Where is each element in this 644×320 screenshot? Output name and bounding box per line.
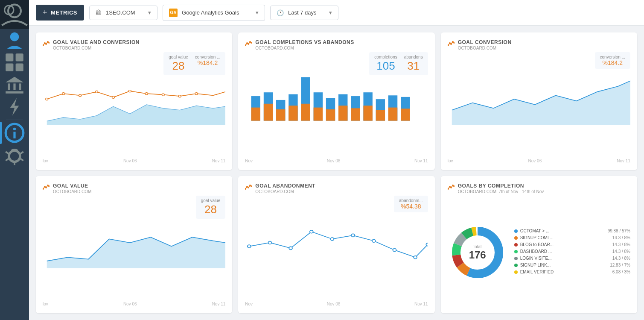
x-label-2: Nov 11 [212,159,226,163]
card3-stats: conversion ... %184.2 [595,52,630,69]
svg-rect-10 [6,91,23,94]
legend-name: SIGNUP COML... [520,235,610,240]
card1-body: goal value 28 conversion ... %184.2 [43,52,225,163]
sidebar-item-lightning[interactable] [0,96,29,118]
building-icon: 🏛 [96,9,102,16]
card6-title: GOALS BY COMPLETION [458,183,544,189]
x5-label-0: Nov [245,302,253,306]
add-metrics-button[interactable]: + METRICS [36,5,84,21]
svg-point-34 [195,93,198,95]
time-dropdown[interactable]: 🕐 Last 7 days ▾ [270,6,338,20]
svg-rect-55 [338,106,347,120]
card-goal-value-conversion: GOAL VALUE AND CONVERSION OCTOBOARD.COM … [36,32,232,170]
card4-subtitle: OCTOBOARD.COM [53,189,91,194]
analytics-dropdown[interactable]: GA Google Analytics Goals ▾ [163,5,265,21]
content-grid: GOAL VALUE AND CONVERSION OCTOBOARD.COM … [29,26,644,320]
svg-line-18 [20,159,23,161]
sidebar-item-dashboard[interactable] [0,51,29,73]
sidebar-item-info[interactable] [0,122,29,144]
svg-rect-41 [251,108,260,121]
donut-legend: OCTOMAT > ... 99.88 / 57% SIGNUP COML...… [514,229,630,276]
card2-header: GOAL COMPLETIONS VS ABANDONS OCTOBOARD.C… [245,39,428,50]
legend-values: 14.3 / 8% [612,256,630,261]
add-label: METRICS [51,9,77,16]
svg-point-32 [162,94,164,96]
legend-dot [514,250,518,253]
svg-point-90 [426,243,428,246]
svg-point-88 [393,248,396,251]
sidebar-item-bug[interactable] [0,144,29,166]
stat-aband-label: abandonm... [399,198,423,203]
legend-values: 14.3 / 8% [612,242,630,247]
svg-point-29 [112,96,115,98]
svg-point-86 [352,234,355,237]
svg-point-14 [9,151,20,162]
sidebar-divider [6,120,23,120]
domain-dropdown[interactable]: 🏛 1SEO.COM ▾ [89,6,157,20]
x3-label-0: lov [448,159,453,163]
svg-point-0 [8,5,21,18]
card4-header: GOAL VALUE OCTOBOARD.COM [43,183,225,194]
stat2-value: %184.2 [195,59,220,66]
card1-stats: goal value 28 conversion ... %184.2 [163,52,225,75]
legend-name: LOGIN VISITE... [520,256,610,261]
stat-conv-label: conversion ... [600,55,625,59]
legend-values: 6.08 / 3% [612,270,630,274]
x4-label-0: lov [43,302,48,306]
legend-item: SIGNUP LINK... 12.83 / 7% [514,263,630,267]
svg-point-73 [45,187,47,188]
svg-line-16 [20,152,23,154]
x2-label-0: Nov [245,159,253,163]
card1-subtitle: OCTOBOARD.COM [53,46,140,50]
card-goals-by-completion: GOALS BY COMPLETION OCTOBOARD.COM, 7th o… [441,176,637,314]
svg-rect-5 [6,64,13,71]
card-goal-abandonment: GOAL ABANDONMENT OCTOBOARD.COM abandonm.… [238,176,434,314]
card-completions-abandons: GOAL COMPLETIONS VS ABANDONS OCTOBOARD.C… [238,32,434,170]
card3-title-block: GOAL CONVERSION OCTOBOARD.COM [458,39,512,50]
donut-label: total [469,244,486,249]
svg-rect-4 [16,53,23,61]
svg-rect-45 [276,109,285,121]
svg-point-22 [45,43,47,45]
svg-point-68 [450,43,452,45]
stat-abandons: abandons 31 [404,55,423,73]
legend-values: 14.3 / 8% [612,249,630,254]
svg-rect-61 [376,110,385,121]
card3-subtitle: OCTOBOARD.COM [458,46,512,50]
card4-x-labels: lov Nov 06 Nov 11 [43,301,225,306]
x3-label-1: Nov 06 [528,159,542,163]
svg-rect-63 [388,108,397,121]
chevron-down-icon: ▾ [148,9,151,16]
stat-conv: conversion ... %184.2 [600,55,625,66]
legend-name: BLOG to BOAR... [520,242,610,247]
card2-stats: completions 105 abandons 31 [369,52,428,75]
svg-rect-43 [264,104,273,121]
card6-subtitle: OCTOBOARD.COM, 7th of Nov - 14th of Nov [458,189,544,194]
stat-goal-value: goal value 28 [169,55,188,73]
card5-title-block: GOAL ABANDONMENT OCTOBOARD.COM [255,183,315,194]
stat-completions-label: completions [374,55,397,59]
svg-point-93 [450,187,452,188]
donut-chart: total 176 [448,223,507,282]
card1-chart [43,73,225,158]
card4-body: goal value 28 lov Nov 06 Nov 11 [43,196,225,307]
svg-rect-57 [351,108,360,120]
card1-title-block: GOAL VALUE AND CONVERSION OCTOBOARD.COM [53,39,140,50]
legend-dot [514,264,518,267]
card-goal-conversion: GOAL CONVERSION OCTOBOARD.COM conversion… [441,32,637,170]
svg-point-84 [310,230,313,233]
sidebar-item-user[interactable] [0,29,29,51]
svg-rect-65 [401,109,410,120]
stat-abandons-value: 31 [404,59,423,73]
svg-point-2 [10,32,19,41]
trend-icon-3 [448,40,455,48]
legend-values: 14.3 / 8% [612,235,630,240]
legend-item: LOGIN VISITE... 14.3 / 8% [514,256,630,261]
topbar: + METRICS 🏛 1SEO.COM ▾ GA Google Analyti… [29,0,644,26]
svg-rect-47 [289,106,298,120]
card3-chart [448,73,630,158]
card2-body: completions 105 abandons 31 [245,52,428,163]
donut-center: total 176 [469,244,486,261]
svg-point-26 [62,93,65,95]
sidebar-item-bank[interactable] [0,73,29,96]
